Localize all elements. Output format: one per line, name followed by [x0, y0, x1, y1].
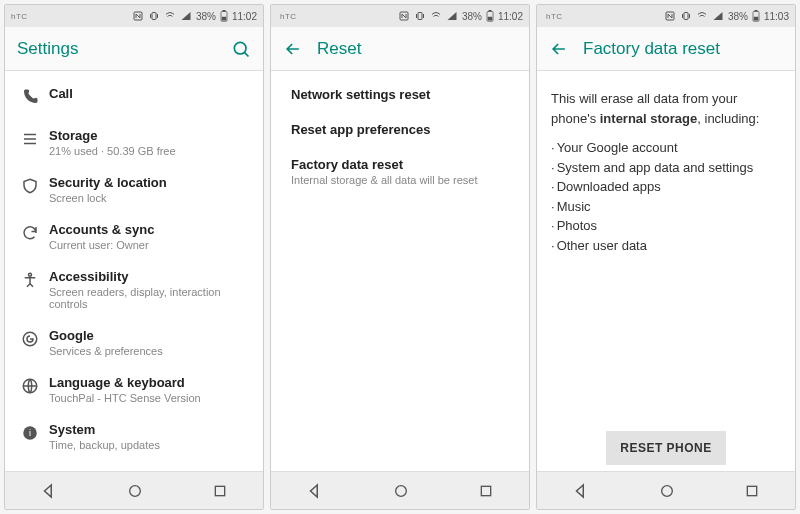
settings-item-language[interactable]: Language & keyboard TouchPal - HTC Sense… — [5, 366, 263, 413]
nav-back-button[interactable] — [40, 482, 58, 500]
warning-text: This will erase all data from your phone… — [551, 89, 781, 128]
settings-item-accounts[interactable]: Accounts & sync Current user: Owner — [5, 213, 263, 260]
svg-text:i: i — [29, 428, 31, 438]
page-title: Settings — [17, 39, 78, 59]
carrier-label: hTC — [546, 12, 563, 21]
signal-icon — [446, 10, 458, 22]
settings-item-security[interactable]: Security & location Screen lock — [5, 166, 263, 213]
svg-rect-14 — [418, 13, 422, 20]
status-bar: hTC 38% 11:02 — [271, 5, 529, 27]
status-bar: hTC 38% 11:02 — [5, 5, 263, 27]
erase-item: Music — [551, 197, 781, 217]
settings-item-sub: Time, backup, updates — [49, 439, 251, 451]
settings-item-label: Language & keyboard — [49, 375, 251, 390]
reset-item-network[interactable]: Network settings reset — [271, 77, 529, 112]
erase-item: Other user data — [551, 236, 781, 256]
carrier-label: hTC — [280, 12, 297, 21]
settings-item-label: Accounts & sync — [49, 222, 251, 237]
svg-rect-4 — [222, 17, 227, 21]
carrier-label: hTC — [11, 12, 28, 21]
page-title: Reset — [317, 39, 361, 59]
nav-recent-button[interactable] — [212, 483, 228, 499]
header: Settings — [5, 27, 263, 71]
screen-factory-reset: hTC 38% 11:03 Factory data reset This wi… — [536, 4, 796, 510]
signal-icon — [712, 10, 724, 22]
erase-item: Your Google account — [551, 138, 781, 158]
search-button[interactable] — [231, 39, 251, 59]
battery-icon — [752, 10, 760, 22]
battery-icon — [220, 10, 228, 22]
battery-pct: 38% — [728, 11, 748, 22]
reset-item-apps[interactable]: Reset app preferences — [271, 112, 529, 147]
back-button[interactable] — [283, 39, 303, 59]
nav-home-button[interactable] — [127, 483, 143, 499]
svg-rect-3 — [222, 10, 225, 12]
erase-item: Photos — [551, 216, 781, 236]
svg-rect-26 — [748, 486, 757, 495]
settings-item-sub: TouchPal - HTC Sense Version — [49, 392, 251, 404]
settings-item-call[interactable]: Call — [5, 77, 263, 119]
vibrate-icon — [680, 10, 692, 22]
nav-home-button[interactable] — [393, 483, 409, 499]
vibrate-icon — [414, 10, 426, 22]
svg-point-5 — [234, 42, 246, 54]
back-button[interactable] — [549, 39, 569, 59]
settings-item-label: System — [49, 422, 251, 437]
settings-item-label: Storage — [49, 128, 251, 143]
nfc-icon — [398, 10, 410, 22]
system-icon: i — [21, 424, 39, 446]
svg-rect-1 — [152, 13, 156, 20]
svg-point-18 — [396, 485, 407, 496]
reset-item-factory[interactable]: Factory data reset Internal storage & al… — [271, 147, 529, 196]
accessibility-icon — [21, 271, 39, 293]
clock: 11:02 — [498, 11, 523, 22]
security-icon — [21, 177, 39, 199]
settings-item-storage[interactable]: Storage 21% used · 50.39 GB free — [5, 119, 263, 166]
storage-icon — [21, 130, 39, 152]
settings-item-google[interactable]: Google Services & preferences — [5, 319, 263, 366]
nav-recent-button[interactable] — [478, 483, 494, 499]
reset-item-label: Factory data reset — [291, 157, 509, 172]
clock: 11:02 — [232, 11, 257, 22]
nav-home-button[interactable] — [659, 483, 675, 499]
reset-list: Network settings reset Reset app prefere… — [271, 71, 529, 471]
settings-item-sub: Screen readers, display, interaction con… — [49, 286, 251, 310]
erase-item: Downloaded apps — [551, 177, 781, 197]
svg-point-11 — [130, 485, 141, 496]
phone-icon — [21, 88, 39, 110]
nav-back-button[interactable] — [306, 482, 324, 500]
settings-item-label: Call — [49, 86, 251, 101]
language-icon — [21, 377, 39, 399]
status-bar: hTC 38% 11:03 — [537, 5, 795, 27]
reset-item-label: Reset app preferences — [291, 122, 509, 137]
wifi-icon — [430, 10, 442, 22]
settings-item-label: Google — [49, 328, 251, 343]
header: Reset — [271, 27, 529, 71]
nav-back-button[interactable] — [572, 482, 590, 500]
svg-rect-19 — [482, 486, 491, 495]
settings-item-label: Accessibility — [49, 269, 251, 284]
nav-bar — [537, 471, 795, 509]
settings-item-sub: Current user: Owner — [49, 239, 251, 251]
google-icon — [21, 330, 39, 352]
reset-phone-button[interactable]: RESET PHONE — [606, 431, 726, 465]
svg-point-6 — [29, 273, 32, 276]
battery-pct: 38% — [462, 11, 482, 22]
settings-item-system[interactable]: i System Time, backup, updates — [5, 413, 263, 460]
nfc-icon — [664, 10, 676, 22]
nfc-icon — [132, 10, 144, 22]
reset-item-sub: Internal storage & all data will be rese… — [291, 174, 509, 186]
nav-bar — [271, 471, 529, 509]
nav-recent-button[interactable] — [744, 483, 760, 499]
reset-item-label: Network settings reset — [291, 87, 509, 102]
settings-item-accessibility[interactable]: Accessibility Screen readers, display, i… — [5, 260, 263, 319]
settings-item-sub: 21% used · 50.39 GB free — [49, 145, 251, 157]
svg-rect-12 — [216, 486, 225, 495]
settings-item-sub: Screen lock — [49, 192, 251, 204]
erase-list: Your Google account System and app data … — [551, 138, 781, 255]
sync-icon — [21, 224, 39, 246]
svg-rect-23 — [754, 10, 757, 12]
battery-pct: 38% — [196, 11, 216, 22]
header: Factory data reset — [537, 27, 795, 71]
svg-point-25 — [662, 485, 673, 496]
